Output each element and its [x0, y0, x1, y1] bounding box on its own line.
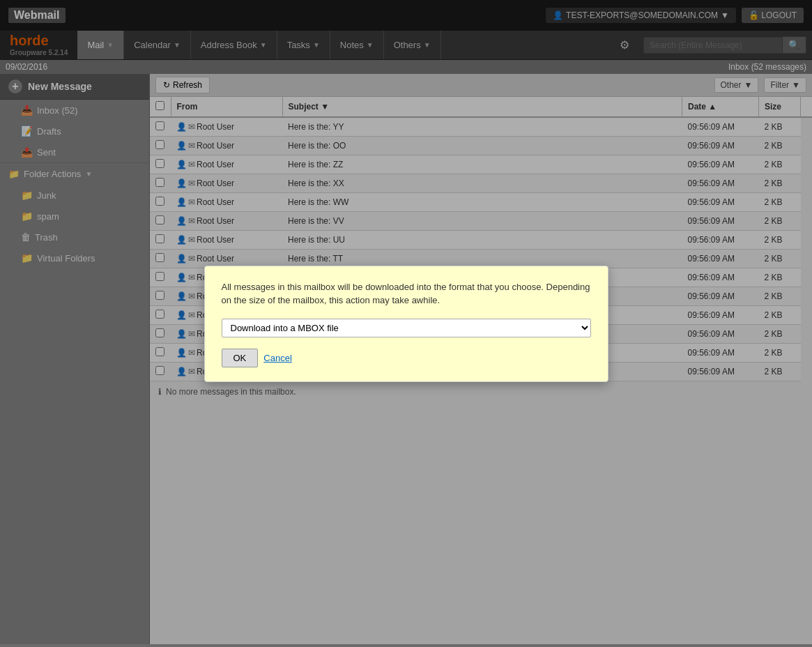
dialog-box: All messages in this mailbox will be dow… — [204, 266, 608, 382]
dialog-ok-button[interactable]: OK — [222, 349, 259, 367]
dialog-message: All messages in this mailbox will be dow… — [222, 280, 591, 307]
dialog-select-row: Download into a MBOX file — [222, 319, 591, 337]
download-format-select[interactable]: Download into a MBOX file — [222, 319, 591, 337]
dialog-cancel-button[interactable]: Cancel — [263, 349, 291, 367]
dialog-buttons: OK Cancel — [222, 349, 591, 367]
dialog-overlay: All messages in this mailbox will be dow… — [0, 0, 812, 644]
